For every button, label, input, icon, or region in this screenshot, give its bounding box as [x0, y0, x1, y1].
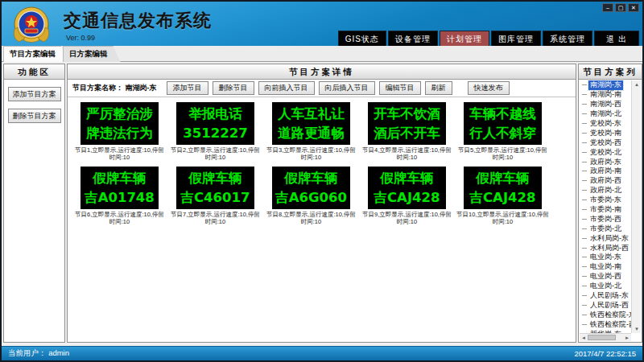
plan-list-item[interactable]: 市委岗-东	[580, 195, 631, 205]
current-user-value: admin	[48, 348, 69, 357]
scroll-right-icon[interactable]: ►	[623, 334, 631, 342]
program-caption: 节目10,立即显示,运行速度:10,停留时间:10	[456, 211, 550, 225]
plan-list-item[interactable]: 铁西检察院-西	[580, 319, 631, 329]
nav-plan-mgmt[interactable]: 计划管理	[440, 31, 489, 47]
plan-list-item[interactable]: 党校岗-北	[580, 147, 631, 157]
plan-list-item[interactable]: 党校岗-南	[580, 128, 631, 138]
nav-exit[interactable]: 退 出	[594, 31, 639, 47]
led-sign-preview[interactable]: 人车互礼让 道路更通畅	[272, 102, 350, 145]
delete-program-button[interactable]: 删除节目	[213, 81, 254, 95]
led-sign-preview[interactable]: 假牌车辆 吉A6G060	[272, 167, 350, 209]
plan-list-item[interactable]: 政府岗-东	[580, 157, 631, 167]
led-line2: 吉A6G060	[275, 188, 347, 208]
plan-list-item[interactable]: 市委岗-北	[580, 224, 631, 233]
add-program-button[interactable]: 添加节目	[167, 81, 208, 95]
horizontal-scrollbar[interactable]: ◄ ►	[580, 333, 631, 341]
program-item: 举报电话 3512227 节目2,立即显示,运行速度:10,停留时间:10	[167, 102, 263, 161]
app-version: Ver: 0.99	[66, 34, 95, 42]
vertical-scrollbar[interactable]: ▲ ▼	[631, 80, 641, 333]
plan-list-item[interactable]: 人民剧场-西	[580, 300, 631, 310]
led-sign-preview[interactable]: 开车不饮酒 酒后不开车	[368, 102, 446, 145]
led-line2: 牌违法行为	[86, 124, 153, 143]
program-grid: 严厉整治涉 牌违法行为 节目1,立即显示,运行速度:10,停留时间:10 举报电…	[68, 97, 576, 225]
refresh-button[interactable]: 刷新	[425, 81, 452, 95]
tab-program-plan-edit[interactable]: 节目方案编辑	[3, 46, 68, 62]
led-line1: 假牌车辆	[381, 169, 434, 188]
scroll-left-icon[interactable]: ◄	[580, 334, 588, 342]
app-window: 交通信息发布系统 Ver: 0.99 – ▢ ✕ GIS状态 设备管理 计划管理…	[0, 0, 644, 362]
program-caption: 节目7,立即显示,运行速度:10,停留时间:10	[168, 211, 262, 225]
plan-list-item[interactable]: 电业岗-东	[580, 253, 631, 262]
plan-list-item[interactable]: 水利局岗-东	[580, 233, 631, 243]
program-caption: 节目3,立即显示,运行速度:10,停留时间:10	[264, 146, 358, 161]
led-sign-preview[interactable]: 假牌车辆 吉A01748	[80, 167, 159, 209]
insert-after-button[interactable]: 向后插入节目	[319, 81, 375, 95]
led-sign-preview[interactable]: 假牌车辆 吉C46017	[176, 167, 254, 209]
led-sign-preview[interactable]: 举报电话 3512227	[176, 102, 254, 145]
plan-list-item[interactable]: 人民剧场-东	[580, 291, 631, 301]
program-caption: 节目9,立即显示,运行速度:10,停留时间:10	[360, 211, 454, 225]
plan-list-item[interactable]: 南湖岗-南	[580, 90, 631, 100]
close-icon[interactable]: ✕	[628, 3, 639, 12]
program-row-2: 假牌车辆 吉A01748 节目6,立即显示,运行速度:10,停留时间:10 假牌…	[72, 167, 576, 225]
insert-before-button[interactable]: 向前插入节目	[258, 81, 315, 95]
plan-list-item[interactable]: 市委岗-南	[580, 205, 631, 215]
tab-bar: 节目方案编辑 日方案编辑	[2, 46, 642, 62]
program-item: 假牌车辆 吉CAJ428 节目10,立即显示,运行速度:10,停留时间:10	[455, 167, 551, 225]
program-item: 车辆不越线 行人不斜穿 节目5,立即显示,运行速度:10,停留时间:10	[455, 102, 551, 161]
maximize-icon[interactable]: ▢	[615, 3, 626, 12]
led-line1: 假牌车辆	[477, 169, 530, 188]
current-user-label: 当前用户：	[8, 348, 47, 357]
plan-list-title: 节目方案列表	[579, 64, 642, 80]
minimize-icon[interactable]: –	[602, 3, 613, 12]
plan-list-item[interactable]: 党校岗-东	[580, 119, 631, 129]
nav-gallery-mgmt[interactable]: 图库管理	[491, 31, 541, 47]
plan-list-item[interactable]: 市委岗-西	[580, 214, 631, 224]
program-caption: 节目5,立即显示,运行速度:10,停留时间:10	[456, 146, 550, 161]
edit-program-button[interactable]: 编辑节目	[379, 81, 421, 95]
plan-list-item[interactable]: 南湖岗-北	[580, 109, 631, 119]
plan-list-item[interactable]: 电业岗-西	[580, 272, 631, 282]
program-item: 开车不饮酒 酒后不开车 节目4,立即显示,运行速度:10,停留时间:10	[359, 102, 455, 161]
plan-list-item[interactable]: 南湖岗-东	[580, 80, 631, 90]
nav-system-mgmt[interactable]: 系统管理	[543, 31, 592, 47]
plan-list-item[interactable]: 电业岗-南	[580, 262, 631, 272]
scroll-down-icon[interactable]: ▼	[632, 325, 642, 333]
add-plan-button[interactable]: 添加节目方案	[8, 87, 61, 101]
plan-list-item[interactable]: 政府岗-北	[580, 186, 631, 195]
function-panel: 功能区 添加节目方案 删除节目方案	[3, 64, 65, 343]
program-caption: 节目2,立即显示,运行速度:10,停留时间:10	[168, 146, 262, 161]
program-item: 严厉整治涉 牌违法行为 节目1,立即显示,运行速度:10,停留时间:10	[72, 102, 167, 161]
program-caption: 节目8,立即显示,运行速度:10,停留时间:10	[264, 211, 358, 225]
status-datetime: 2017/4/7 22:52:15	[574, 349, 636, 358]
led-sign-preview[interactable]: 严厉整治涉 牌违法行为	[80, 102, 159, 145]
plan-list-item[interactable]: 电业岗-北	[580, 282, 631, 291]
delete-plan-button[interactable]: 删除节目方案	[8, 109, 61, 123]
led-sign-preview[interactable]: 假牌车辆 吉CAJ428	[368, 167, 446, 209]
nav-device-mgmt[interactable]: 设备管理	[388, 31, 438, 47]
tab-day-plan-edit[interactable]: 日方案编辑	[63, 46, 121, 62]
plan-list-item[interactable]: 政府岗-西	[580, 176, 631, 186]
led-line2: 吉A01748	[85, 188, 155, 208]
led-sign-preview[interactable]: 车辆不越线 行人不斜穿	[464, 102, 542, 145]
led-line2: 酒后不开车	[374, 124, 440, 143]
led-line1: 假牌车辆	[285, 169, 338, 188]
status-bar: 当前用户： admin 2017/4/7 22:52:15	[2, 346, 642, 360]
scrollbar-thumb[interactable]	[588, 335, 616, 340]
led-line1: 人车互礼让	[278, 105, 345, 124]
led-line1: 车辆不越线	[469, 105, 536, 124]
led-sign-preview[interactable]: 假牌车辆 吉CAJ428	[464, 167, 542, 209]
led-line2: 行人不斜穿	[469, 124, 536, 143]
nav-gis-status[interactable]: GIS状态	[338, 31, 386, 47]
led-line2: 吉CAJ428	[470, 188, 536, 208]
plan-list-item[interactable]: 铁西检察院-东	[580, 310, 631, 319]
plan-list-item[interactable]: 党校岗-西	[580, 138, 631, 147]
plan-list-item[interactable]: 南湖岗-西	[580, 100, 631, 109]
scroll-up-icon[interactable]: ▲	[632, 80, 642, 88]
program-item: 假牌车辆 吉C46017 节目7,立即显示,运行速度:10,停留时间:10	[167, 167, 263, 225]
plan-list-item[interactable]: 政府岗-南	[580, 167, 631, 176]
program-caption: 节目4,立即显示,运行速度:10,停留时间:10	[360, 146, 454, 161]
quick-publish-button[interactable]: 快速发布	[468, 81, 510, 95]
plan-list-item[interactable]: 水利局岗-西	[580, 243, 631, 253]
plan-list: 南湖岗-东 南湖岗-南 南湖岗-西 南湖岗-北 党校岗-东 党校岗-南 党校岗-…	[580, 80, 631, 333]
